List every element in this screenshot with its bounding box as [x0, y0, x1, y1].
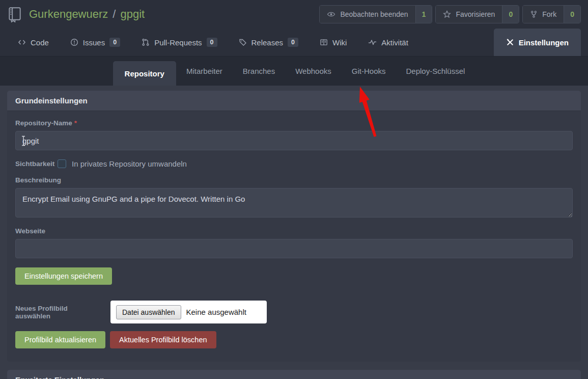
subtab-deploy-keys[interactable]: Deploy-Schlüssel [396, 57, 475, 86]
description-textarea[interactable]: Encrypt Email using GnuPG and a pipe for… [15, 188, 573, 218]
subtab-mitarbeiter-label: Mitarbeiter [186, 67, 222, 75]
activity-icon [368, 38, 377, 46]
update-avatar-button[interactable]: Profilbild aktualisieren [15, 331, 105, 348]
tab-code[interactable]: Code [7, 29, 60, 56]
save-settings-button[interactable]: Einstellungen speichern [15, 267, 112, 285]
masthead: Gurkengewuerz / gpgit Beobachten beenden… [0, 0, 588, 29]
basic-settings-body: Repository-Name * Sichtbarkeit In privat… [7, 111, 581, 362]
tab-issues[interactable]: Issues 0 [60, 29, 131, 56]
code-icon [18, 38, 26, 46]
nav-spacer [419, 29, 494, 56]
star-count[interactable]: 0 [502, 6, 519, 23]
avatar-file-input[interactable]: Datei auswählen Keine ausgewählt [110, 301, 267, 323]
tab-activity[interactable]: Aktivität [357, 29, 419, 56]
issues-count-badge: 0 [109, 38, 120, 47]
subtab-git-hooks-label: Git-Hooks [352, 67, 386, 75]
subtab-repository-label: Repository [125, 69, 164, 78]
visibility-row: Sichtbarkeit In privates Repository umwa… [15, 159, 573, 168]
tab-wiki-label: Wiki [332, 38, 347, 47]
fork-button[interactable]: Fork 0 [522, 5, 581, 23]
pull-request-icon [142, 38, 150, 46]
tab-activity-label: Aktivität [381, 38, 408, 47]
subtab-webhooks[interactable]: Webhooks [285, 57, 342, 86]
subtab-branches-label: Branches [243, 67, 275, 75]
repo-title-separator: / [113, 8, 116, 21]
subtab-mitarbeiter[interactable]: Mitarbeiter [176, 57, 233, 86]
private-repo-checkbox[interactable] [58, 159, 66, 168]
tab-releases[interactable]: Releases 0 [228, 29, 310, 56]
tab-wiki[interactable]: Wiki [309, 29, 357, 56]
watch-button-label: Beobachten beenden [340, 10, 408, 18]
releases-count-badge: 0 [288, 38, 298, 47]
description-label: Beschreibung [15, 176, 573, 184]
watch-button[interactable]: Beobachten beenden 1 [319, 5, 432, 23]
tab-pull-requests-label: Pull-Requests [154, 38, 202, 47]
tab-releases-label: Releases [251, 38, 284, 47]
subtab-deploy-keys-label: Deploy-Schlüssel [406, 67, 465, 75]
settings-page: Grundeinstellungen Repository-Name * Sic… [0, 91, 588, 379]
star-button-label: Favorisieren [456, 10, 495, 18]
repo-name-label-text: Repository-Name [15, 119, 72, 127]
required-asterisk: * [74, 119, 77, 127]
pull-requests-count-badge: 0 [207, 38, 217, 47]
advanced-settings-header: Erweiterte Einstellungen [7, 370, 581, 379]
repo-book-icon [7, 6, 22, 22]
repo-name-input[interactable] [15, 131, 573, 150]
visibility-label: Sichtbarkeit [15, 160, 58, 168]
repo-action-buttons: Beobachten beenden 1 Favorisieren 0 [319, 5, 581, 23]
repo-title: Gurkengewuerz / gpgit [7, 6, 145, 22]
fork-button-label: Fork [542, 10, 556, 18]
fork-icon [530, 10, 538, 18]
tab-issues-label: Issues [83, 38, 105, 47]
tab-settings[interactable]: Einstellungen [494, 29, 581, 56]
website-label: Webseite [15, 227, 573, 235]
tab-pull-requests[interactable]: Pull-Requests 0 [131, 29, 228, 56]
subtab-repository[interactable]: Repository [113, 61, 176, 86]
delete-avatar-button[interactable]: Aktuelles Profilbild löschen [110, 331, 216, 348]
choose-file-button[interactable]: Datei auswählen [116, 305, 181, 319]
advanced-settings-panel: Erweiterte Einstellungen [7, 370, 581, 379]
repo-tab-bar: Code Issues 0 Pull-Requests 0 Releases 0 [0, 29, 588, 56]
tools-icon [506, 38, 514, 46]
red-arrow-annotation [346, 82, 387, 140]
repo-name-link[interactable]: gpgit [120, 8, 145, 21]
avatar-row: Neues Profilbild auswählen Datei auswähl… [15, 301, 573, 323]
settings-subnav: Repository Mitarbeiter Branches Webhooks… [0, 56, 588, 86]
star-button[interactable]: Favorisieren 0 [435, 5, 519, 23]
file-status-text: Keine ausgewählt [186, 308, 246, 316]
tag-icon [239, 38, 247, 46]
repo-name-label: Repository-Name * [15, 119, 573, 127]
avatar-label: Neues Profilbild auswählen [15, 305, 102, 320]
subtab-webhooks-label: Webhooks [295, 67, 331, 75]
issue-icon [70, 38, 78, 46]
star-icon [443, 10, 451, 18]
wiki-icon [320, 38, 328, 46]
website-input[interactable] [15, 239, 573, 258]
fork-count[interactable]: 0 [564, 6, 580, 23]
tab-settings-label: Einstellungen [519, 38, 569, 47]
eye-icon [327, 11, 335, 18]
repo-owner-link[interactable]: Gurkengewuerz [29, 8, 108, 21]
basic-settings-panel: Grundeinstellungen Repository-Name * Sic… [7, 91, 581, 362]
watch-count[interactable]: 1 [415, 6, 432, 23]
basic-settings-header: Grundeinstellungen [7, 91, 581, 111]
private-repo-checkbox-label: In privates Repository umwandeln [72, 159, 187, 168]
subtab-branches[interactable]: Branches [233, 57, 285, 86]
tab-code-label: Code [31, 38, 49, 47]
